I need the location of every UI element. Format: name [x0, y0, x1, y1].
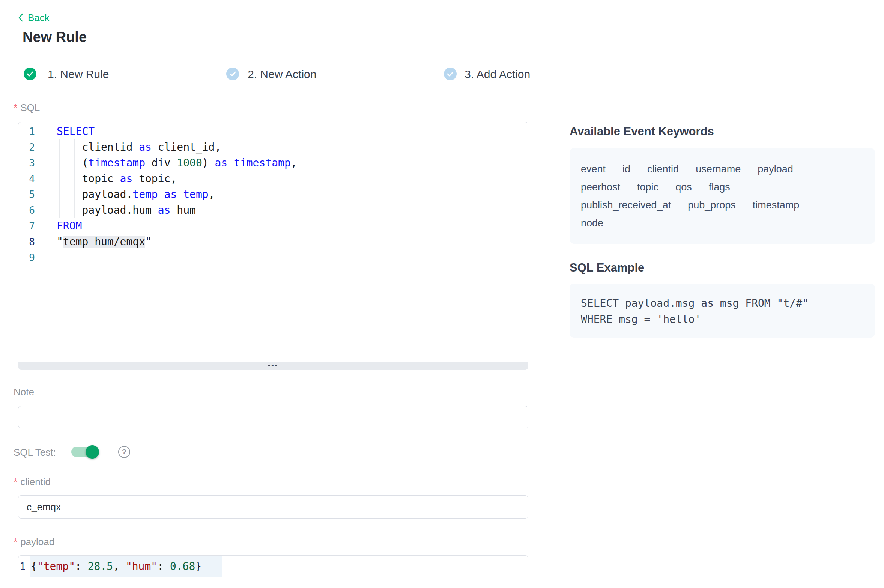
- step-2-label: 2. New Action: [248, 68, 316, 81]
- step-3-check-icon: [444, 68, 457, 80]
- code-token: timestamp: [88, 157, 145, 169]
- code-line: 4 topic as topic,: [18, 171, 528, 187]
- event-keyword: node: [581, 214, 603, 232]
- step-1-check-icon: [24, 68, 36, 80]
- note-label: Note: [14, 386, 34, 398]
- code-line: 1SELECT: [18, 124, 528, 140]
- help-question-icon[interactable]: ?: [118, 446, 130, 458]
- code-line: 5 payload.temp as temp,: [18, 187, 528, 202]
- code-token: FROM: [57, 220, 82, 232]
- code-token: 1000: [177, 157, 202, 169]
- step-3-label: 3. Add Action: [465, 68, 530, 81]
- code-token: :: [157, 560, 170, 573]
- code-line: 8"temp_hum/emqx": [18, 234, 528, 250]
- line-number: 2: [18, 140, 35, 155]
- required-asterisk: *: [14, 536, 17, 548]
- clientid-value: c_emqx: [27, 501, 61, 513]
- code-token: 28.5: [88, 560, 113, 573]
- clientid-input[interactable]: c_emqx: [18, 495, 528, 519]
- step-connector: [128, 74, 219, 74]
- step-2-check-icon: [226, 68, 239, 80]
- code-token: payload.hum: [57, 204, 158, 216]
- keyword-row: node: [581, 214, 864, 232]
- code-token: as: [120, 172, 133, 185]
- sql-example-line: WHERE msg = 'hello': [581, 311, 864, 327]
- note-input[interactable]: [18, 406, 528, 428]
- code-token: {: [31, 560, 37, 573]
- required-asterisk: *: [14, 476, 17, 488]
- toggle-knob: [86, 445, 99, 459]
- code-token: [177, 188, 183, 201]
- code-line: 3 (timestamp div 1000) as timestamp,: [18, 155, 528, 171]
- code-token: as: [215, 157, 227, 169]
- code-token: :: [75, 560, 88, 573]
- sql-test-label: SQL Test:: [14, 447, 56, 458]
- sql-test-toggle[interactable]: [71, 447, 97, 457]
- code-token: ,: [209, 188, 215, 201]
- code-line: 1{"temp": 28.5, "hum": 0.68}: [18, 556, 528, 577]
- code-token: [158, 188, 164, 201]
- line-number: 4: [18, 171, 35, 187]
- event-keyword: payload: [758, 160, 793, 178]
- keywords-heading: Available Event Keywords: [570, 125, 714, 138]
- line-number: 1: [18, 556, 26, 577]
- line-number: 8: [18, 234, 35, 250]
- code-line: 2 clientid as client_id,: [18, 140, 528, 155]
- code-token: "hum": [126, 560, 157, 573]
- line-number: 3: [18, 155, 35, 171]
- back-link[interactable]: Back: [17, 12, 50, 23]
- event-keyword: pub_props: [688, 196, 736, 214]
- new-rule-page: Back New Rule 1. New Rule 2. New Action …: [0, 0, 884, 588]
- code-token: SELECT: [57, 125, 95, 138]
- code-token: topic: [57, 172, 120, 185]
- sql-example-heading: SQL Example: [570, 261, 644, 274]
- code-token: client_id,: [152, 141, 221, 153]
- code-line: 6 payload.hum as hum: [18, 202, 528, 218]
- event-keyword: flags: [709, 178, 730, 196]
- line-number: 6: [18, 202, 35, 218]
- sql-code-area[interactable]: 1SELECT2 clientid as client_id,3 (timest…: [18, 122, 528, 362]
- code-token: hum: [170, 204, 195, 216]
- event-keyword: topic: [637, 178, 658, 196]
- event-keyword: username: [696, 160, 741, 178]
- event-keyword: clientid: [647, 160, 679, 178]
- step-connector: [346, 74, 431, 74]
- event-keyword: event: [581, 160, 606, 178]
- step-1-label: 1. New Rule: [48, 68, 109, 81]
- code-token: ,: [113, 560, 126, 573]
- payload-code-editor[interactable]: 1{"temp": 28.5, "hum": 0.68}: [18, 555, 528, 588]
- code-token: temp: [183, 188, 208, 201]
- required-asterisk: *: [14, 102, 17, 113]
- code-line: 7FROM: [18, 218, 528, 234]
- event-keyword: publish_received_at: [581, 196, 671, 214]
- line-number: 9: [18, 250, 35, 266]
- back-label: Back: [28, 12, 50, 24]
- code-token: div: [145, 157, 177, 169]
- code-token: "temp": [37, 560, 75, 573]
- code-token: payload.: [57, 188, 132, 201]
- code-token: (: [57, 157, 88, 169]
- event-keywords-panel: eventidclientidusernamepayloadpeerhostto…: [570, 148, 875, 244]
- event-keyword: timestamp: [753, 196, 800, 214]
- page-title: New Rule: [23, 29, 87, 45]
- code-line: 9: [18, 250, 528, 266]
- code-token: 0.68: [170, 560, 195, 573]
- code-token: temp: [132, 188, 158, 201]
- sql-example-line: SELECT payload.msg as msg FROM "t/#": [581, 295, 864, 311]
- code-token: ": [145, 236, 152, 248]
- editor-resize-handle[interactable]: •••: [18, 362, 528, 370]
- code-token: temp_hum/emqx: [63, 236, 145, 248]
- event-keyword: id: [622, 160, 630, 178]
- line-number: 7: [18, 218, 35, 234]
- line-number: 5: [18, 187, 35, 202]
- sql-field-label: *SQL: [14, 102, 40, 114]
- code-token: ): [202, 157, 215, 169]
- sql-code-editor[interactable]: 1SELECT2 clientid as client_id,3 (timest…: [18, 122, 528, 369]
- clientid-label: *clientid: [14, 476, 51, 488]
- chevron-left-icon: [17, 13, 24, 22]
- payload-label: *payload: [14, 536, 54, 548]
- event-keyword: qos: [675, 178, 692, 196]
- code-token: [227, 157, 234, 169]
- keyword-row: eventidclientidusernamepayload: [581, 160, 864, 178]
- event-keyword: peerhost: [581, 178, 620, 196]
